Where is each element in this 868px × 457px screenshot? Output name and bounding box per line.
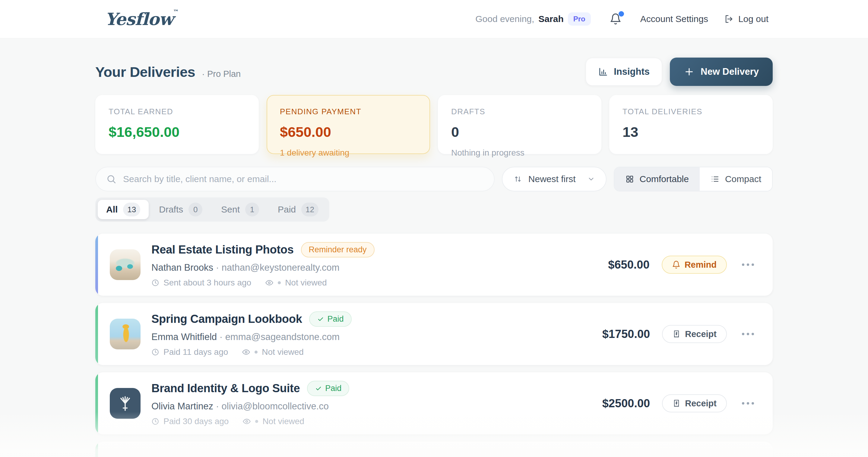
delivery-title: Brand Identity & Logo Suite [151, 382, 300, 395]
chevron-down-icon [587, 175, 595, 183]
delivery-row[interactable]: Spring Campaign Lookbook Paid Emma Whitf… [95, 303, 773, 365]
insights-button[interactable]: Insights [586, 58, 662, 86]
clock-icon [151, 279, 159, 287]
delivery-price: $650.00 [608, 258, 649, 271]
tab-paid[interactable]: Paid 12 [269, 200, 327, 219]
tab-count: 12 [301, 203, 318, 217]
tab-count: 0 [188, 203, 203, 217]
tab-count: 1 [245, 203, 259, 217]
delivery-thumbnail [110, 249, 141, 280]
delivery-title: Real Estate Listing Photos [151, 243, 294, 256]
list-icon [711, 174, 720, 184]
notification-dot [619, 11, 624, 17]
stat-label: DRAFTS [451, 107, 588, 117]
view-density-toggle: Comfortable Compact [614, 167, 773, 191]
greeting: Good evening, Sarah Pro [475, 12, 591, 26]
logout-link[interactable]: Log out [724, 14, 769, 24]
sort-selected-value: Newest first [528, 174, 576, 184]
client-info: Emma Whitfield · emma@sageandstone.com [151, 332, 352, 342]
sort-dropdown[interactable]: Newest first [502, 167, 607, 191]
dot-separator [278, 281, 281, 284]
delivery-price: $1750.00 [602, 328, 650, 340]
stat-card-drafts: DRAFTS 0 Nothing in progress [438, 95, 601, 154]
logout-icon [724, 14, 734, 24]
search-box [95, 167, 495, 191]
new-delivery-button[interactable]: New Delivery [670, 58, 773, 86]
status-accent-stripe [95, 372, 98, 434]
check-icon [317, 315, 324, 323]
bar-chart-icon [598, 67, 608, 77]
page-title: Your Deliveries [95, 64, 195, 80]
search-icon [106, 174, 116, 184]
eye-icon [265, 279, 274, 287]
row-menu-button[interactable] [739, 330, 757, 338]
status-filter-tabs: All 13 Drafts 0 Sent 1 Paid 12 [95, 197, 329, 222]
tree-logo-icon [116, 394, 134, 413]
delivery-price: $2500.00 [602, 397, 650, 410]
list-controls: Newest first Comfortable Compact [95, 167, 773, 191]
delivery-row[interactable]: Real Estate Listing Photos Reminder read… [95, 234, 773, 296]
stat-card-total-deliveries: TOTAL DELIVERIES 13 [609, 95, 773, 154]
stats-row: TOTAL EARNED $16,650.00 PENDING PAYMENT … [95, 95, 773, 154]
status-badge: Paid [307, 381, 349, 396]
delivery-meta: Sent about 3 hours ago Not viewed [151, 278, 375, 288]
stat-card-pending-payment: PENDING PAYMENT $650.00 1 delivery await… [267, 95, 430, 154]
account-settings-link[interactable]: Account Settings [640, 14, 708, 24]
status-accent-stripe [95, 442, 98, 457]
eye-icon [242, 348, 250, 356]
dot-separator [255, 420, 258, 423]
receipt-icon [672, 330, 681, 338]
view-comfortable-button[interactable]: Comfortable [614, 167, 700, 191]
stat-subtext: Nothing in progress [451, 148, 588, 158]
grid-icon [625, 174, 634, 184]
greeting-text: Good evening, [475, 14, 534, 24]
stat-value: 0 [451, 124, 588, 140]
tab-sent[interactable]: Sent 1 [213, 200, 268, 219]
sort-arrows-icon [513, 174, 522, 184]
stat-label: TOTAL DELIVERIES [622, 107, 760, 117]
trademark-mark: ™ [173, 8, 178, 15]
delivery-title: Spring Campaign Lookbook [151, 313, 302, 326]
dot-separator [254, 351, 257, 354]
notifications-button[interactable] [610, 13, 622, 25]
delivery-row[interactable]: E-Commerce Product Photography Paid [95, 442, 773, 457]
search-input[interactable] [123, 174, 484, 184]
deliveries-list: Real Estate Listing Photos Reminder read… [95, 234, 773, 457]
tab-all[interactable]: All 13 [98, 200, 149, 219]
clock-icon [151, 418, 159, 425]
delivery-thumbnail [110, 388, 141, 419]
row-menu-button[interactable] [739, 260, 757, 269]
client-info: Nathan Brooks · nathan@keystonerealty.co… [151, 262, 375, 273]
plan-badge: Pro [568, 12, 591, 26]
user-name: Sarah [538, 14, 563, 24]
bell-icon [672, 260, 680, 269]
stat-card-total-earned: TOTAL EARNED $16,650.00 [95, 95, 259, 154]
view-compact-button[interactable]: Compact [700, 167, 772, 191]
app-header: Yesflow™ Good evening, Sarah Pro Account… [0, 0, 868, 38]
tab-drafts[interactable]: Drafts 0 [151, 200, 211, 219]
receipt-button[interactable]: Receipt [662, 394, 727, 413]
delivery-thumbnail [110, 319, 141, 349]
status-accent-stripe [95, 303, 98, 365]
header-actions: Good evening, Sarah Pro Account Settings… [475, 12, 769, 26]
plan-note: · Pro Plan [202, 69, 241, 79]
eye-icon [243, 417, 251, 426]
status-badge: Reminder ready [301, 242, 375, 257]
app-logo: Yesflow™ [105, 9, 178, 29]
stat-value: $16,650.00 [108, 124, 246, 140]
main-content: Your Deliveries · Pro Plan Insights New … [95, 58, 773, 457]
delivery-meta: Paid 30 days ago Not viewed [151, 417, 349, 426]
stat-label: PENDING PAYMENT [280, 107, 417, 117]
clock-icon [151, 348, 159, 356]
stat-value: $650.00 [280, 124, 417, 140]
remind-button[interactable]: Remind [662, 256, 727, 274]
tab-count: 13 [123, 203, 140, 217]
page-title-row: Your Deliveries · Pro Plan Insights New … [95, 58, 773, 86]
stat-subtext: 1 delivery awaiting [280, 148, 417, 158]
receipt-button[interactable]: Receipt [662, 325, 727, 343]
stat-label: TOTAL EARNED [108, 107, 246, 117]
client-info: Olivia Martinez · olivia@bloomcollective… [151, 401, 349, 412]
status-accent-stripe [95, 234, 98, 296]
delivery-row[interactable]: Brand Identity & Logo Suite Paid Olivia … [95, 372, 773, 434]
row-menu-button[interactable] [739, 399, 757, 407]
